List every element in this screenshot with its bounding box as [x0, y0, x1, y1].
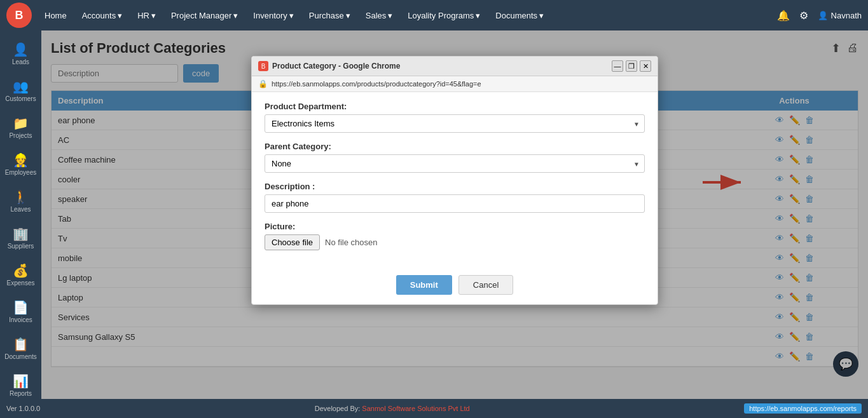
product-dept-wrapper: Electronics Items ▼ — [265, 114, 645, 133]
sidebar-label-leaves: Leaves — [10, 206, 31, 213]
modal-title-text: Product Category - Google Chrome — [272, 62, 400, 71]
dev-company: Sanmol Software Solutions Pvt Ltd — [362, 405, 469, 412]
sidebar-label-leads: Leads — [12, 58, 29, 65]
invoices-icon: 📄 — [13, 300, 29, 315]
navbar: B Home Accounts ▾ HR ▾ Project Manager ▾… — [0, 0, 868, 30]
description-label: Description : — [265, 182, 645, 191]
sidebar-item-projects[interactable]: 📁 Projects — [0, 111, 41, 144]
nav-sales[interactable]: Sales ▾ — [359, 7, 399, 24]
description-group: Description : — [265, 182, 645, 213]
reports-icon: 📊 — [13, 374, 29, 389]
lock-icon: 🔒 — [258, 79, 268, 88]
sidebar-label-documents: Documents — [4, 353, 37, 360]
sidebar-item-documents[interactable]: 📋 Documents — [0, 332, 41, 365]
cancel-button[interactable]: Cancel — [458, 275, 513, 295]
url-bar: https://eb.sanmolapps.com/reports — [744, 403, 862, 414]
modal-favicon: B — [258, 61, 268, 71]
nav-loyality[interactable]: Loyality Programs ▾ — [401, 7, 486, 24]
projects-icon: 📁 — [13, 116, 29, 131]
modal-url: https://eb.sanmolapps.com/products/produ… — [272, 80, 651, 88]
parent-cat-wrapper: None ▼ — [265, 154, 645, 173]
main-layout: 👤 Leads 👥 Customers 📁 Projects 👷 Employe… — [0, 30, 868, 399]
modal-close-btn[interactable]: ✕ — [640, 60, 651, 72]
customers-icon: 👥 — [13, 79, 29, 94]
description-input[interactable] — [265, 194, 645, 213]
modal-title-controls: — ❐ ✕ — [612, 60, 651, 72]
dev-credit: Developed By: Sanmol Software Solutions … — [315, 405, 470, 412]
content-area: List of Product Categories ⬆ 🖨 code Desc… — [41, 30, 868, 399]
sidebar-label-reports: Reports — [10, 390, 32, 397]
modal-footer: Submit Cancel — [252, 269, 658, 304]
picture-group: Picture: Choose file No file chosen — [265, 222, 645, 250]
suppliers-icon: 🏢 — [13, 226, 29, 241]
leaves-icon: 🚶 — [13, 189, 29, 205]
parent-cat-select[interactable]: None — [265, 154, 645, 173]
sidebar-item-leads[interactable]: 👤 Leads — [0, 37, 41, 71]
documents-icon: 📋 — [13, 337, 29, 352]
user-avatar-icon: 👤 — [818, 11, 828, 20]
sidebar: 👤 Leads 👥 Customers 📁 Projects 👷 Employe… — [0, 30, 41, 399]
expenses-icon: 💰 — [13, 263, 29, 278]
sidebar-item-leaves[interactable]: 🚶 Leaves — [0, 184, 41, 218]
dev-label: Developed By: — [315, 405, 361, 412]
sidebar-item-reports[interactable]: 📊 Reports — [0, 368, 41, 402]
nav-inventory[interactable]: Inventory ▾ — [247, 7, 300, 24]
modal-body: Product Department: Electronics Items ▼ … — [252, 92, 658, 269]
bell-icon[interactable]: 🔔 — [777, 10, 790, 22]
modal-restore-btn[interactable]: ❐ — [626, 60, 637, 72]
choose-file-btn[interactable]: Choose file — [265, 234, 320, 250]
nav-documents[interactable]: Documents ▾ — [489, 7, 550, 24]
settings-icon[interactable]: ⚙ — [799, 10, 808, 22]
product-dept-label: Product Department: — [265, 102, 645, 111]
product-dept-select[interactable]: Electronics Items — [265, 114, 645, 133]
app-logo: B — [6, 3, 32, 28]
modal-addressbar: 🔒 https://eb.sanmolapps.com/products/pro… — [252, 76, 658, 92]
sidebar-item-invoices[interactable]: 📄 Invoices — [0, 295, 41, 328]
sidebar-item-customers[interactable]: 👥 Customers — [0, 74, 41, 107]
user-menu[interactable]: 👤 Navnath — [818, 11, 862, 20]
sidebar-label-invoices: Invoices — [9, 316, 32, 323]
nav-purchase[interactable]: Purchase ▾ — [303, 7, 357, 24]
nav-hr[interactable]: HR ▾ — [131, 7, 162, 24]
product-category-modal: B Product Category - Google Chrome — ❐ ✕… — [251, 56, 658, 305]
sidebar-label-projects: Projects — [9, 132, 32, 139]
modal-title-left: B Product Category - Google Chrome — [258, 61, 400, 71]
modal-titlebar: B Product Category - Google Chrome — ❐ ✕ — [252, 57, 658, 76]
picture-row: Choose file No file chosen — [265, 234, 645, 250]
nav-right: 🔔 ⚙ 👤 Navnath — [777, 10, 862, 22]
version-text: Ver 1.0.0.0 — [6, 405, 40, 412]
sidebar-label-employees: Employees — [5, 169, 36, 176]
sidebar-label-suppliers: Suppliers — [8, 243, 34, 250]
sidebar-label-expenses: Expenses — [7, 280, 35, 287]
product-dept-group: Product Department: Electronics Items ▼ — [265, 102, 645, 133]
sidebar-item-employees[interactable]: 👷 Employees — [0, 147, 41, 181]
modal-minimize-btn[interactable]: — — [612, 60, 623, 72]
statusbar: Ver 1.0.0.0 Developed By: Sanmol Softwar… — [0, 399, 868, 418]
nav-accounts[interactable]: Accounts ▾ — [76, 7, 128, 24]
sidebar-item-suppliers[interactable]: 🏢 Suppliers — [0, 221, 41, 255]
nav-project-manager[interactable]: Project Manager ▾ — [165, 7, 244, 24]
parent-cat-label: Parent Category: — [265, 142, 645, 151]
sidebar-label-customers: Customers — [5, 95, 36, 102]
parent-cat-group: Parent Category: None ▼ — [265, 142, 645, 173]
submit-button[interactable]: Submit — [396, 275, 452, 295]
user-name: Navnath — [831, 11, 862, 20]
nav-home[interactable]: Home — [38, 7, 73, 24]
picture-label: Picture: — [265, 222, 645, 231]
nav-menu: Home Accounts ▾ HR ▾ Project Manager ▾ I… — [38, 7, 777, 24]
no-file-text: No file chosen — [325, 238, 377, 247]
leads-icon: 👤 — [13, 42, 29, 57]
sidebar-item-expenses[interactable]: 💰 Expenses — [0, 258, 41, 292]
employees-icon: 👷 — [13, 152, 29, 168]
